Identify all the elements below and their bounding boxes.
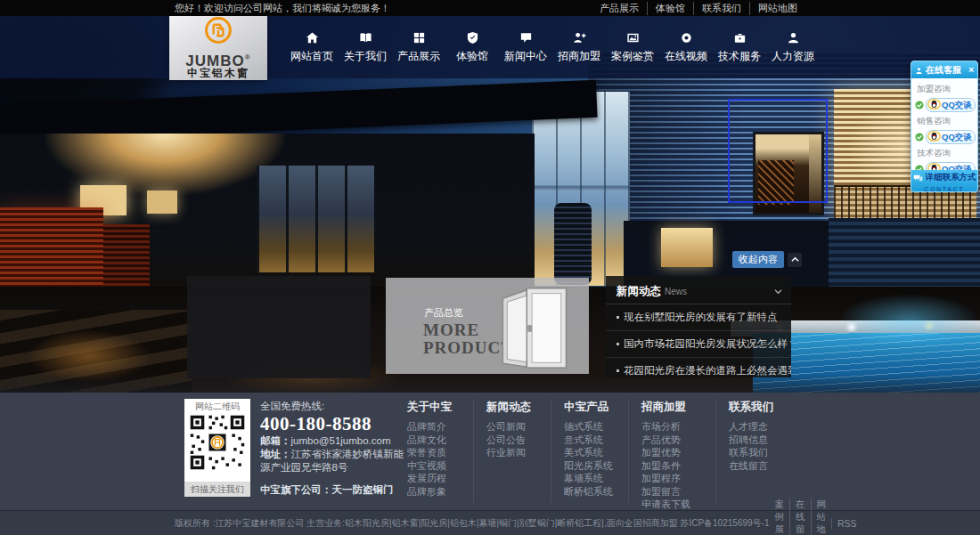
footer-link[interactable]: 中宝视频 — [407, 459, 473, 473]
hero-selection-rectangle — [728, 99, 828, 203]
hero-cyan-glow — [837, 294, 980, 347]
footer-column-news: 新闻动态 公司新闻 公司公告 行业新闻 — [473, 400, 551, 503]
detailed-contact-label: 详细联系方式 — [926, 172, 976, 183]
nav-label: 技术服务 — [718, 49, 761, 64]
footer-link[interactable]: 加盟程序 — [641, 472, 715, 485]
products-overview-label: 产品总览 — [424, 306, 463, 320]
topbar-link-contact[interactable]: 联系我们 — [693, 2, 749, 15]
footer-link[interactable]: 断桥铝系统 — [564, 485, 628, 499]
bottom-link-rss[interactable]: RSS — [831, 518, 862, 529]
nav-label: 新闻中心 — [504, 49, 547, 64]
consult-label: 加盟咨询 — [917, 84, 974, 95]
qr-code-image — [189, 414, 246, 474]
online-service-panel: 在线客服 × 加盟咨询 QQ交谈 销售咨询 QQ交谈 技术咨询 QQ交谈 详细联… — [911, 61, 978, 192]
chevron-up-icon[interactable] — [788, 253, 802, 267]
company-logo[interactable]: JUMBO® 中宝铝木窗 — [169, 11, 267, 80]
footer-link[interactable]: 品牌简介 — [407, 420, 473, 434]
person-icon — [915, 62, 923, 78]
footer-column-products: 中宝产品 德式系统 意式系统 美式系统 阳光房系统 幕墙系统 断桥铝系统 — [551, 400, 628, 503]
footer-link[interactable]: 人才理念 — [729, 420, 804, 434]
hero-spiral-stair — [554, 203, 592, 285]
footer-link[interactable]: 市场分析 — [641, 420, 715, 434]
bottom-link-message[interactable]: 在线留言 — [789, 499, 811, 535]
news-panel-header: 新闻动态 News — [606, 276, 791, 304]
news-item[interactable]: 国内市场花园阳光房发展状况怎么样？ — [606, 331, 791, 358]
nav-item-showroom[interactable]: 体验馆 — [445, 16, 499, 78]
bottom-link-sitemap[interactable]: 网站地图 — [811, 499, 832, 535]
nav-item-home[interactable]: 网站首页 — [285, 16, 339, 78]
more-products-panel[interactable]: 产品总览 MORE PRODUCTS — [386, 278, 589, 374]
collapse-content-button[interactable]: 收起内容 — [732, 251, 784, 268]
nav-item-franchise[interactable]: 招商加盟 — [552, 16, 606, 78]
chat-bubble-icon — [913, 170, 923, 186]
jumbo-emblem-icon — [203, 15, 233, 49]
qq-icon — [927, 129, 941, 145]
bottom-link-cases[interactable]: 案例展示 — [770, 499, 790, 535]
footer-link[interactable]: 阳光房系统 — [564, 459, 628, 473]
nav-label: 网站首页 — [290, 49, 333, 64]
topbar-link-products[interactable]: 产品展示 — [592, 2, 647, 15]
consult-label: 销售咨询 — [917, 116, 974, 127]
footer-link[interactable]: 发展历程 — [407, 472, 473, 485]
footer-link[interactable]: 意式系统 — [564, 434, 628, 447]
hero-glass-door-frames — [257, 166, 374, 272]
footer-link[interactable]: 行业新闻 — [486, 446, 551, 459]
detailed-contact-button[interactable]: 详细联系方式 CONTACT — [911, 170, 977, 191]
qq-chat-button-franchise[interactable]: QQ交谈 — [915, 97, 974, 113]
footer-link[interactable]: 品牌形象 — [407, 485, 473, 499]
nav-item-videos[interactable]: 在线视频 — [659, 16, 713, 78]
footer-link[interactable]: 产品优势 — [641, 434, 715, 447]
consult-label: 技术咨询 — [917, 148, 974, 159]
bullet-dot — [617, 369, 619, 372]
close-icon[interactable]: × — [968, 66, 974, 75]
footer-link[interactable]: 在线留言 — [729, 459, 804, 473]
footer-column-title: 新闻动态 — [486, 400, 551, 415]
grid-icon — [412, 31, 426, 45]
news-icon — [519, 31, 533, 45]
footer-link[interactable]: 美式系统 — [564, 446, 628, 459]
footer-link[interactable]: 加盟留言 — [641, 485, 715, 499]
footer-link[interactable]: 加盟优势 — [641, 446, 715, 459]
nav-item-about[interactable]: 关于我们 — [339, 16, 392, 78]
bottom-links: 案例展示 在线留言 网站地图 RSS — [770, 499, 862, 535]
nav-item-products[interactable]: 产品展示 — [392, 16, 445, 78]
window-product-icon — [491, 285, 576, 374]
nav-item-tech-service[interactable]: 技术服务 — [713, 16, 766, 78]
news-item[interactable]: 现在别墅阳光房的发展有了新特点 — [606, 304, 791, 331]
news-title: 新闻动态 — [617, 284, 661, 299]
hero-bottom-fade — [0, 374, 980, 393]
chevron-down-icon[interactable] — [774, 282, 782, 298]
topbar-link-sitemap[interactable]: 网站地图 — [749, 2, 805, 15]
logo-subtitle: 中宝铝木窗 — [187, 68, 249, 79]
footer-column-title: 关于中宝 — [407, 400, 473, 415]
nav-item-cases[interactable]: 案例鉴赏 — [606, 16, 659, 78]
person-icon — [787, 31, 800, 45]
footer-link[interactable]: 联系我们 — [729, 446, 804, 459]
address-row: 地址：江苏省张家港妙桥镇新能源产业园兄华路8号 — [260, 448, 413, 474]
qq-icon — [927, 97, 941, 113]
welcome-message: 您好！欢迎访问公司网站，我们将竭诚为您服务！ — [175, 2, 390, 15]
footer-link[interactable]: 公司公告 — [486, 434, 551, 447]
nav-item-news[interactable]: 新闻中心 — [499, 16, 552, 78]
hero-room-light — [147, 190, 177, 214]
check-icon — [915, 97, 924, 113]
footer-link[interactable]: 幕墙系统 — [564, 472, 628, 485]
footer-link[interactable]: 荣誉资质 — [407, 446, 473, 459]
online-service-body: 加盟咨询 QQ交谈 销售咨询 QQ交谈 技术咨询 QQ交谈 — [911, 78, 977, 177]
footer-link[interactable]: 德式系统 — [564, 420, 628, 434]
news-item[interactable]: 花园阳光房在漫长的道路上必然会遇到各种挑战 — [606, 358, 791, 384]
footer-column-contact: 联系我们 人才理念 招聘信息 联系我们 在线留言 — [715, 400, 804, 503]
footer-column-title: 招商加盟 — [641, 400, 715, 415]
email-value: jumbo@51jumbo.com — [291, 435, 391, 446]
online-service-header: 在线客服 × — [911, 61, 977, 78]
footer-link[interactable]: 品牌文化 — [407, 434, 473, 447]
footer-link[interactable]: 招聘信息 — [729, 434, 804, 447]
footer-link[interactable]: 申请表下载 — [641, 498, 715, 511]
qq-chat-button-sales[interactable]: QQ交谈 — [915, 129, 974, 145]
footer-link[interactable]: 公司新闻 — [486, 420, 551, 434]
nav-item-hr[interactable]: 人力资源 — [766, 16, 820, 78]
topbar-link-showroom[interactable]: 体验馆 — [647, 2, 693, 15]
footer-link[interactable]: 加盟条件 — [641, 459, 715, 473]
nav-label: 产品展示 — [397, 49, 440, 64]
bullet-dot — [617, 316, 619, 319]
